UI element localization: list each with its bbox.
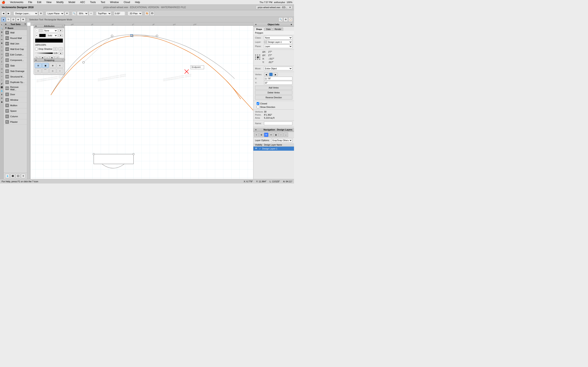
shadow-more-btn[interactable]: ... [58,47,63,50]
snap-btn-curve[interactable]: ⌒ [42,68,49,73]
tool-item-mullion[interactable]: M Mullion [4,103,27,108]
dims-icon[interactable]: ↔ [0,75,3,78]
text-icon[interactable]: T [0,34,3,38]
vertex-x-input[interactable] [264,77,292,80]
snap-btn-grid[interactable]: ⊞ [35,63,42,68]
tool-item-structural[interactable]: SM Structural M... [4,74,27,80]
menu-model[interactable]: Model [68,0,76,4]
snap-btn-vertex[interactable]: ◇ [49,68,56,73]
tab-shape[interactable]: Shape [254,27,264,31]
snap-btn-obj[interactable]: ▣ [42,63,49,68]
zoom-select[interactable]: 35% [77,11,88,16]
curve-icon[interactable]: ∫ [0,60,3,63]
layer-select[interactable]: Design Layer-1 [267,40,292,44]
view-options-btn[interactable]: ⚙ [39,11,43,16]
layer-row-1[interactable]: 👁 ✓ Design Layer-1 [253,147,294,151]
delete-vertex-button[interactable]: Delete Vertex [255,91,292,95]
pen-icon[interactable]: ✏ [0,38,3,41]
menu-file[interactable]: File [27,0,33,4]
ellipse-icon[interactable]: ⬭ [0,53,3,56]
zoom-icon[interactable]: 🔍 [0,27,3,30]
menu-text[interactable]: Text [100,0,106,4]
polygon-icon[interactable]: ⬡ [0,67,3,71]
fill-swatch[interactable] [39,29,43,32]
menu-tools[interactable]: Tools [89,0,96,4]
paint-icon[interactable]: 🖌 [0,82,3,85]
shadow-slider[interactable] [35,52,53,54]
rect-corner-tr[interactable] [133,153,134,155]
tool-settings-1[interactable]: 💧 [5,174,9,178]
cross-icon[interactable]: ✚ [0,42,3,45]
main-curve[interactable] [51,36,241,99]
tool-item-column[interactable]: CL Column [4,114,27,119]
viewtype-select[interactable]: Top/Plan [96,11,111,16]
fill-icon[interactable]: ⬛ [0,86,3,89]
tool-item-component[interactable]: CO Component... [4,58,27,63]
nav-btn-settings[interactable]: ⚙ [259,133,264,137]
name-input[interactable] [264,122,292,125]
menu-help[interactable]: Help [134,0,141,4]
bezier-icon[interactable]: ⌒ [0,64,3,67]
shadow-val-up[interactable]: ▲ [58,52,63,55]
nav-btn-down[interactable]: ↓ [284,133,288,137]
menu-window[interactable]: Window [109,0,120,4]
tool-item-pilaster[interactable]: PL Pilaster [4,119,27,125]
view-select[interactable]: Design Layer... [13,11,38,16]
move-select[interactable]: Entire Object [264,67,292,70]
eyedrop-icon[interactable]: 💧 [0,89,3,92]
snap-btn-edge[interactable]: □ [35,68,42,73]
nav-btn-edit[interactable]: ✏ [269,133,273,137]
tool-item-wall[interactable]: W Wall [4,30,27,35]
menu-edit[interactable]: Edit [36,0,42,4]
tab-render[interactable]: Render [273,27,283,31]
tool-settings-2[interactable]: ⬛ [10,174,15,178]
shadow-edit-btn[interactable]: □ [53,47,58,50]
bottom-rect[interactable] [94,154,134,164]
stroke-select[interactable]: Solid [47,34,58,37]
tool-settings-3[interactable]: 🔲 [16,174,20,178]
nav-btn-delete[interactable]: 🗑 [274,133,278,137]
bottom-arc[interactable] [102,164,124,168]
layer-plane-select[interactable]: Layer Plane [46,11,64,16]
vertex-next[interactable]: ▶ [273,73,278,76]
view-3d[interactable]: 3D [150,11,155,16]
reverse-direction-button[interactable]: Reverse Direction [255,95,292,100]
shapes-icon[interactable]: □ [0,49,3,52]
menu-vectorworks[interactable]: Vectorworks [9,0,24,4]
tool-item-wall-end-cap[interactable]: WE Wall End Cap [4,47,27,52]
plan-mode-select[interactable]: 2D Plan [128,11,142,16]
tool-item-duplicate[interactable]: DS Duplicate Sy... [4,80,27,85]
add-vertex-button[interactable]: Add Vertex [255,86,292,90]
obj-icon[interactable]: ◉ [0,100,3,104]
fill-options[interactable]: ▼ [58,29,63,32]
menu-view[interactable]: View [45,0,52,4]
attr-panel-header[interactable]: ✕ Attributes ? [34,24,64,28]
closed-checkbox[interactable] [257,102,259,105]
back-button[interactable]: ◀ [1,11,6,16]
layer-options-select[interactable]: Gray/Snap Others [271,138,292,142]
fill-type-icon[interactable]: ○ [35,29,38,32]
show-direction-checkbox[interactable] [257,106,259,108]
rotate-icon[interactable]: ⟳ [0,97,3,100]
pan-tool[interactable]: ✥ [21,17,25,22]
snap-panel-header[interactable]: ✕ Snapping ? [34,58,64,62]
color-bar[interactable] [35,39,63,43]
tool-item-remove-wall[interactable]: RW Remove Wall... [4,85,27,92]
snap-btn-angle[interactable]: ⊕ [49,63,56,68]
stroke-type-icon[interactable]: ✏ [35,34,38,37]
tool-item-wall-join[interactable]: WJ Wall Join [4,41,27,47]
snap-btn-circle[interactable]: ○ [57,68,63,73]
plane-select[interactable]: Layer [264,44,292,48]
zoom-in-btn[interactable]: + [89,11,93,16]
forward-button[interactable]: ▶ [6,11,11,16]
zoom-out-btn[interactable]: 🔍 [72,11,76,16]
dims2-icon[interactable]: ↕ [0,78,3,82]
tool-item-door[interactable]: D Door [4,92,27,97]
vertex-prev[interactable]: ◀ [264,73,268,76]
layer-plane-opts[interactable]: ▼ [65,11,69,16]
freehand-icon[interactable]: 〜 [0,71,3,74]
file-tab[interactable]: prize-wheel-wheel.vwx - ED... ✕ [256,6,292,9]
snap-btn-none[interactable]: ✕ [57,63,63,68]
rect-corner-tl[interactable] [93,153,95,155]
lasso-icon[interactable]: ○ [0,45,3,49]
